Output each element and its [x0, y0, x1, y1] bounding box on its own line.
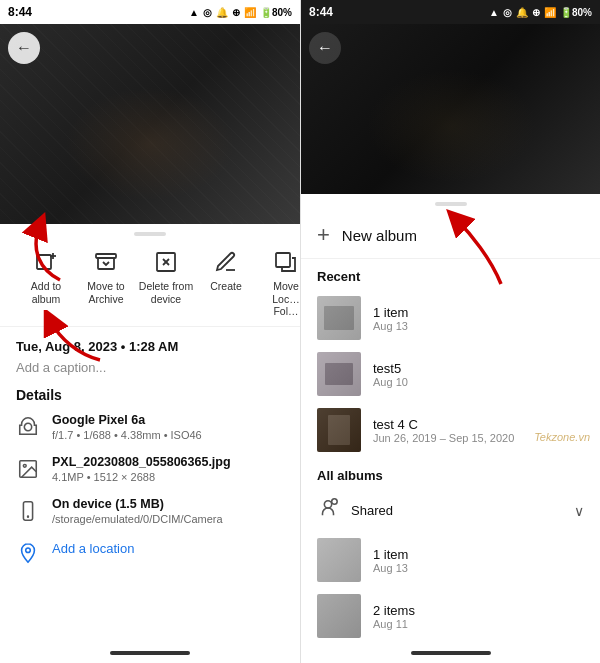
- all-album-thumb-1: [317, 538, 361, 582]
- all-albums-label: All albums: [317, 468, 383, 483]
- drag-handle: [134, 232, 166, 236]
- all-album-info-1: 1 item Aug 13: [373, 547, 408, 574]
- album-sheet: + New album Recent: [301, 194, 600, 643]
- add-to-album-button[interactable]: Add toalbum: [16, 248, 76, 305]
- left-back-button[interactable]: ←: [8, 32, 40, 64]
- svg-rect-3: [96, 254, 116, 258]
- left-photo: ←: [0, 24, 300, 224]
- move-to-archive-icon: [92, 248, 120, 276]
- svg-point-13: [26, 548, 31, 553]
- delete-from-device-button[interactable]: Delete fromdevice: [136, 248, 196, 305]
- location-detail[interactable]: Add a location: [16, 539, 284, 565]
- all-album-1[interactable]: 1 item Aug 13: [301, 532, 600, 588]
- right-status-icons: ▲ ◎ 🔔 ⊕ 📶 🔋80%: [489, 7, 592, 18]
- right-home-indicator-bar: [411, 651, 491, 655]
- right-panel: 8:44 ▲ ◎ 🔔 ⊕ 📶 🔋80% ← + New album: [300, 0, 600, 663]
- svg-point-17: [324, 501, 331, 508]
- camera-detail: Google Pixel 6a f/1.7 • 1/688 • 4.38mm •…: [16, 413, 284, 441]
- recent-album-1[interactable]: 1 item Aug 13: [301, 290, 600, 346]
- recent-album-2[interactable]: test5 Aug 10: [301, 346, 600, 402]
- add-location-link[interactable]: Add a location: [52, 541, 134, 556]
- camera-subtitle: f/1.7 • 1/688 • 4.38mm • ISO46: [52, 429, 202, 441]
- caption-input[interactable]: Add a caption...: [16, 360, 284, 375]
- delete-from-device-icon: [152, 248, 180, 276]
- arrow-new-album: [421, 209, 521, 289]
- more-icon: [272, 248, 300, 276]
- album-thumb-3: [317, 408, 361, 452]
- camera-content: Google Pixel 6a f/1.7 • 1/688 • 4.38mm •…: [52, 413, 202, 441]
- right-photo: ←: [301, 24, 600, 194]
- camera-icon: [16, 415, 40, 439]
- svg-rect-0: [37, 255, 51, 269]
- move-to-archive-button[interactable]: Move toArchive: [76, 248, 136, 305]
- album-name-3: test 4 C: [373, 417, 514, 432]
- add-to-album-icon: [32, 248, 60, 276]
- camera-title: Google Pixel 6a: [52, 413, 202, 427]
- action-row: Add toalbum Move toArchive: [0, 240, 300, 327]
- photo-meta: Tue, Aug 8, 2023 • 1:28 AM Add a caption…: [0, 327, 300, 585]
- right-home-indicator: [301, 643, 600, 663]
- device-content: On device (1.5 MB) /storage/emulated/0/D…: [52, 497, 223, 525]
- create-icon: [212, 248, 240, 276]
- add-to-album-label: Add toalbum: [31, 280, 61, 305]
- left-time: 8:44: [8, 5, 32, 19]
- album-date-1: Aug 13: [373, 320, 408, 332]
- all-album-thumb-2: [317, 594, 361, 638]
- all-album-name-2: 2 items: [373, 603, 415, 618]
- album-name-1: 1 item: [373, 305, 408, 320]
- more-button[interactable]: MoveLoc…Fol…: [256, 248, 300, 318]
- drag-handle-area: [0, 224, 300, 240]
- delete-from-device-label: Delete fromdevice: [139, 280, 193, 305]
- svg-point-10: [23, 464, 26, 467]
- left-panel: 8:44 ▲ ◎ 🔔 ⊕ 📶 🔋80% ←: [0, 0, 300, 663]
- shared-label: Shared: [351, 503, 562, 518]
- device-subtitle: /storage/emulated/0/DCIM/Camera: [52, 513, 223, 525]
- svg-point-8: [24, 423, 31, 430]
- recent-album-3[interactable]: test 4 C Jun 26, 2019 – Sep 15, 2020: [301, 402, 600, 458]
- image-content: PXL_20230808_055806365.jpg 4.1MP • 1512 …: [52, 455, 231, 483]
- album-info-1: 1 item Aug 13: [373, 305, 408, 332]
- new-album-label: New album: [342, 227, 417, 244]
- photo-date: Tue, Aug 8, 2023 • 1:28 AM: [16, 339, 284, 354]
- album-date-3: Jun 26, 2019 – Sep 15, 2020: [373, 432, 514, 444]
- home-indicator: [110, 651, 190, 655]
- right-back-button[interactable]: ←: [309, 32, 341, 64]
- device-title: On device (1.5 MB): [52, 497, 223, 511]
- album-info-2: test5 Aug 10: [373, 361, 408, 388]
- create-label: Create: [210, 280, 242, 293]
- device-detail: On device (1.5 MB) /storage/emulated/0/D…: [16, 497, 284, 525]
- bottom-sheet: Add toalbum Move toArchive: [0, 224, 300, 643]
- all-album-info-2: 2 items Aug 11: [373, 603, 415, 630]
- all-album-name-1: 1 item: [373, 547, 408, 562]
- device-icon: [16, 499, 40, 523]
- left-status-icons: ▲ ◎ 🔔 ⊕ 📶 🔋80%: [189, 7, 292, 18]
- left-status-bar: 8:44 ▲ ◎ 🔔 ⊕ 📶 🔋80%: [0, 0, 300, 24]
- create-button[interactable]: Create: [196, 248, 256, 293]
- all-album-date-1: Aug 13: [373, 562, 408, 574]
- svg-rect-7: [276, 253, 290, 267]
- album-date-2: Aug 10: [373, 376, 408, 388]
- image-icon: [16, 457, 40, 481]
- shared-icon: [317, 497, 339, 524]
- move-to-archive-label: Move toArchive: [87, 280, 124, 305]
- image-subtitle: 4.1MP • 1512 × 2688: [52, 471, 231, 483]
- all-albums-header: All albums: [301, 458, 600, 489]
- right-status-bar: 8:44 ▲ ◎ 🔔 ⊕ 📶 🔋80%: [301, 0, 600, 24]
- shared-row[interactable]: Shared ∨: [301, 489, 600, 532]
- right-time: 8:44: [309, 5, 333, 19]
- left-home-indicator: [0, 643, 300, 663]
- image-detail: PXL_20230808_055806365.jpg 4.1MP • 1512 …: [16, 455, 284, 483]
- album-name-2: test5: [373, 361, 408, 376]
- chevron-down-icon: ∨: [574, 503, 584, 519]
- location-content: Add a location: [52, 539, 134, 557]
- all-album-2[interactable]: 2 items Aug 11: [301, 588, 600, 643]
- all-album-date-2: Aug 11: [373, 618, 415, 630]
- album-info-3: test 4 C Jun 26, 2019 – Sep 15, 2020: [373, 417, 514, 444]
- right-drag-handle: [435, 202, 467, 206]
- location-icon: [16, 541, 40, 565]
- image-title: PXL_20230808_055806365.jpg: [52, 455, 231, 469]
- album-thumb-2: [317, 352, 361, 396]
- album-thumb-1: [317, 296, 361, 340]
- details-title: Details: [16, 387, 284, 403]
- new-album-plus-icon: +: [317, 222, 330, 248]
